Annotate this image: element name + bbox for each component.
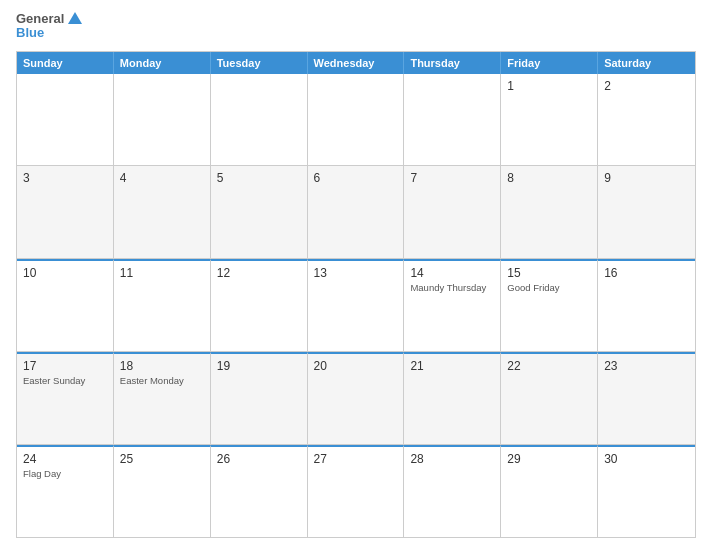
calendar-cell: 23 [598, 352, 695, 444]
calendar-cell: 9 [598, 166, 695, 258]
calendar: SundayMondayTuesdayWednesdayThursdayFrid… [16, 51, 696, 538]
day-header-sunday: Sunday [17, 52, 114, 74]
day-number: 30 [604, 452, 689, 466]
calendar-cell: 14Maundy Thursday [404, 259, 501, 351]
calendar-cell [114, 74, 211, 166]
day-number: 10 [23, 266, 107, 280]
day-number: 3 [23, 171, 107, 185]
day-number: 9 [604, 171, 689, 185]
calendar-week-row: 12 [17, 74, 695, 167]
calendar-cell: 18Easter Monday [114, 352, 211, 444]
calendar-cell: 22 [501, 352, 598, 444]
calendar-cell: 20 [308, 352, 405, 444]
calendar-cell: 21 [404, 352, 501, 444]
calendar-cell: 27 [308, 445, 405, 537]
calendar-body: 1234567891011121314Maundy Thursday15Good… [17, 74, 695, 537]
day-number: 18 [120, 359, 204, 373]
day-number: 5 [217, 171, 301, 185]
day-header-thursday: Thursday [404, 52, 501, 74]
calendar-cell: 4 [114, 166, 211, 258]
day-number: 12 [217, 266, 301, 280]
calendar-cell: 12 [211, 259, 308, 351]
calendar-cell [404, 74, 501, 166]
day-header-tuesday: Tuesday [211, 52, 308, 74]
day-number: 14 [410, 266, 494, 280]
calendar-cell: 28 [404, 445, 501, 537]
calendar-cell: 2 [598, 74, 695, 166]
calendar-cell [17, 74, 114, 166]
day-number: 19 [217, 359, 301, 373]
day-header-saturday: Saturday [598, 52, 695, 74]
holiday-label: Easter Monday [120, 375, 204, 387]
calendar-cell: 7 [404, 166, 501, 258]
calendar-cell: 24Flag Day [17, 445, 114, 537]
day-number: 2 [604, 79, 689, 93]
day-number: 1 [507, 79, 591, 93]
calendar-week-row: 3456789 [17, 166, 695, 259]
calendar-cell: 8 [501, 166, 598, 258]
day-number: 8 [507, 171, 591, 185]
day-number: 20 [314, 359, 398, 373]
day-number: 7 [410, 171, 494, 185]
calendar-cell: 3 [17, 166, 114, 258]
holiday-label: Easter Sunday [23, 375, 107, 387]
calendar-cell: 17Easter Sunday [17, 352, 114, 444]
day-number: 29 [507, 452, 591, 466]
calendar-cell: 19 [211, 352, 308, 444]
day-number: 22 [507, 359, 591, 373]
day-header-wednesday: Wednesday [308, 52, 405, 74]
calendar-cell: 10 [17, 259, 114, 351]
day-number: 17 [23, 359, 107, 373]
calendar-cell: 11 [114, 259, 211, 351]
calendar-cell: 15Good Friday [501, 259, 598, 351]
calendar-cell [211, 74, 308, 166]
day-header-friday: Friday [501, 52, 598, 74]
holiday-label: Good Friday [507, 282, 591, 294]
day-number: 4 [120, 171, 204, 185]
calendar-cell: 13 [308, 259, 405, 351]
day-number: 16 [604, 266, 689, 280]
calendar-cell: 26 [211, 445, 308, 537]
calendar-cell: 5 [211, 166, 308, 258]
day-number: 23 [604, 359, 689, 373]
logo: GeneralBlue [16, 12, 82, 41]
calendar-cell: 16 [598, 259, 695, 351]
day-number: 28 [410, 452, 494, 466]
calendar-week-row: 1011121314Maundy Thursday15Good Friday16 [17, 259, 695, 352]
holiday-label: Flag Day [23, 468, 107, 480]
day-number: 21 [410, 359, 494, 373]
day-number: 26 [217, 452, 301, 466]
day-number: 27 [314, 452, 398, 466]
calendar-cell: 6 [308, 166, 405, 258]
logo-blue-text: Blue [16, 26, 44, 40]
logo-triangle-icon [68, 12, 82, 24]
day-number: 24 [23, 452, 107, 466]
calendar-week-row: 24Flag Day252627282930 [17, 445, 695, 537]
calendar-cell [308, 74, 405, 166]
day-number: 11 [120, 266, 204, 280]
holiday-label: Maundy Thursday [410, 282, 494, 294]
day-number: 13 [314, 266, 398, 280]
day-number: 6 [314, 171, 398, 185]
day-number: 25 [120, 452, 204, 466]
calendar-cell: 30 [598, 445, 695, 537]
calendar-header-row: SundayMondayTuesdayWednesdayThursdayFrid… [17, 52, 695, 74]
logo-general-text: General [16, 12, 64, 26]
day-header-monday: Monday [114, 52, 211, 74]
calendar-cell: 29 [501, 445, 598, 537]
calendar-cell: 1 [501, 74, 598, 166]
calendar-cell: 25 [114, 445, 211, 537]
calendar-week-row: 17Easter Sunday18Easter Monday1920212223 [17, 352, 695, 445]
day-number: 15 [507, 266, 591, 280]
header: GeneralBlue [16, 12, 696, 41]
calendar-page: GeneralBlue SundayMondayTuesdayWednesday… [0, 0, 712, 550]
